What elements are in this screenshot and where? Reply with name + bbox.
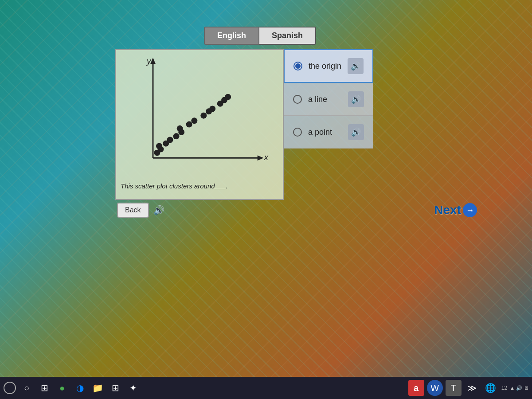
svg-point-8 <box>156 143 162 149</box>
option-the-origin[interactable]: the origin 🔊 <box>284 49 373 83</box>
svg-point-15 <box>191 117 197 124</box>
radio-the-origin <box>293 62 302 70</box>
audio-icon[interactable]: 🔊 <box>153 205 164 215</box>
svg-point-13 <box>177 125 183 132</box>
taskbar-explorer[interactable]: 📁 <box>90 380 106 396</box>
svg-text:x: x <box>264 153 269 162</box>
navigation-row: Back 🔊 Next → <box>115 203 479 218</box>
sound-button-option2[interactable]: 🔊 <box>348 91 364 107</box>
taskbar-network[interactable]: 🌐 <box>483 380 499 396</box>
search-taskbar-icon <box>4 382 16 394</box>
taskbar-a-icon[interactable]: a <box>408 380 424 396</box>
svg-marker-3 <box>258 156 264 161</box>
taskbar-app1[interactable]: ✦ <box>125 380 141 396</box>
taskbar-w-icon[interactable]: W <box>427 380 443 396</box>
scatter-plot: y x <box>121 55 278 179</box>
taskbar-number: 12 <box>501 385 507 391</box>
taskbar-right: a W T ≫ 🌐 12 ▲ 🔊 🖥 <box>408 380 528 396</box>
question-text: This scatter plot clusters around___. <box>121 182 278 190</box>
taskbar-widgets[interactable]: ⊞ <box>36 380 52 396</box>
taskbar-t-icon[interactable]: T <box>446 380 462 396</box>
tab-spanish[interactable]: Spanish <box>259 27 316 45</box>
svg-marker-1 <box>150 58 156 64</box>
option-a-line[interactable]: a line 🔊 <box>284 83 373 116</box>
sound-button-option3[interactable]: 🔊 <box>348 124 364 140</box>
next-button[interactable]: Next → <box>434 203 477 217</box>
option-label-a-point: a point <box>308 128 342 137</box>
radio-a-point <box>293 128 302 137</box>
svg-text:y: y <box>146 56 152 66</box>
taskbar-arrows[interactable]: ≫ <box>464 380 480 396</box>
svg-point-16 <box>200 113 207 119</box>
taskbar-clock: ▲ 🔊 🖥 <box>510 385 528 391</box>
scatter-plot-panel: y x <box>115 49 284 200</box>
option-label-the-origin: the origin <box>309 62 341 71</box>
svg-point-10 <box>167 137 173 143</box>
taskbar-edge[interactable]: ◑ <box>72 380 88 396</box>
svg-point-11 <box>173 133 180 139</box>
svg-point-14 <box>186 121 192 128</box>
taskbar-chrome[interactable]: ● <box>54 380 70 396</box>
taskbar: ○ ⊞ ● ◑ 📁 ⊞ ✦ a W T ≫ 🌐 12 ▲ 🔊 🖥 <box>0 377 532 399</box>
answer-options: the origin 🔊 a line 🔊 a point 🔊 <box>284 49 373 200</box>
tab-english[interactable]: English <box>204 27 259 45</box>
language-tabs: English Spanish <box>204 27 316 45</box>
option-a-point[interactable]: a point 🔊 <box>284 116 373 149</box>
next-arrow-icon: → <box>463 203 477 217</box>
taskbar-store[interactable]: ⊞ <box>107 380 123 396</box>
back-button[interactable]: Back <box>117 203 149 218</box>
taskbar-search-btn[interactable]: ○ <box>19 380 35 396</box>
sound-button-option1[interactable]: 🔊 <box>348 58 364 74</box>
radio-a-line <box>293 95 302 104</box>
svg-point-18 <box>209 106 215 112</box>
svg-point-21 <box>225 94 231 100</box>
option-label-a-line: a line <box>308 95 342 104</box>
next-label: Next <box>434 203 461 217</box>
